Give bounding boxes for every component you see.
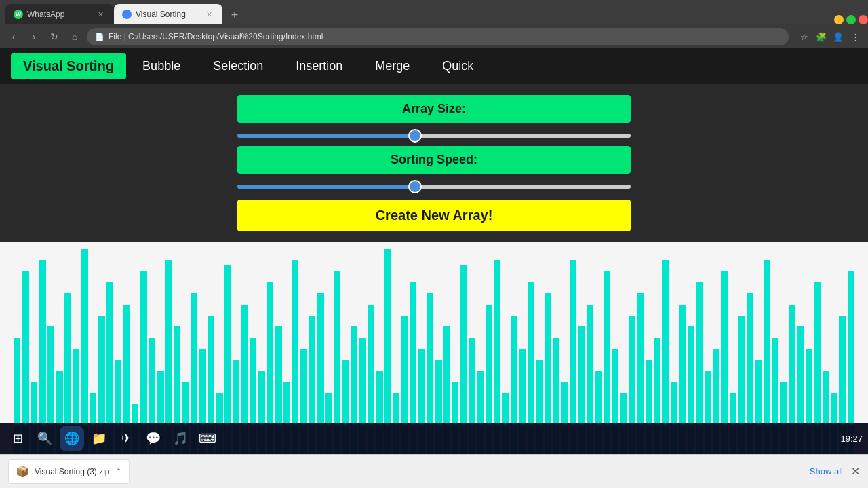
taskbar-files[interactable]: 📁 (87, 426, 111, 451)
download-bar: 📦 Visual Sorting (3).zip ⌃ Show all ✕ (0, 454, 868, 488)
download-expand[interactable]: ⌃ (115, 467, 122, 476)
taskbar-chrome[interactable]: 🌐 (60, 426, 84, 451)
nav-item-quick[interactable]: Quick (426, 54, 490, 79)
new-tab-button[interactable]: + (225, 5, 244, 24)
nav-brand[interactable]: Visual Sorting (11, 53, 126, 79)
download-item: 📦 Visual Sorting (3).zip ⌃ (8, 459, 130, 484)
extensions-icon[interactable]: 🧩 (814, 29, 829, 44)
maximize-button[interactable] (846, 15, 856, 24)
taskbar-msg[interactable]: 💬 (141, 426, 165, 451)
profile-icon[interactable]: 👤 (831, 29, 846, 44)
app-nav: Visual Sorting Bubble Selection Insertio… (0, 48, 868, 84)
tab-whatsapp-label: WhatsApp (27, 10, 64, 19)
address-box[interactable]: 📄 File | C:/Users/USER/Desktop/Visual%20… (87, 28, 789, 45)
tab-visual-sorting-label: Visual Sorting (136, 10, 186, 19)
minimize-button[interactable] (834, 15, 844, 24)
nav-item-selection[interactable]: Selection (197, 54, 279, 79)
bookmark-icon[interactable]: ☆ (797, 29, 812, 44)
taskbar-start[interactable]: ⊞ (5, 426, 30, 451)
nav-item-insertion[interactable]: Insertion (279, 54, 359, 79)
taskbar-clock: 19:27 (840, 434, 863, 444)
window-controls (834, 15, 868, 24)
show-all-button[interactable]: Show all (810, 466, 843, 476)
back-button[interactable]: ‹ (5, 29, 22, 45)
taskbar-music[interactable]: 🎵 (168, 426, 193, 451)
controls-panel: Array Size: Sorting Speed: Create New Ar… (237, 95, 631, 231)
sorting-speed-slider-row (237, 179, 631, 191)
taskbar-search[interactable]: 🔍 (33, 426, 57, 451)
toolbar-icons: ☆ 🧩 👤 ⋮ (797, 29, 863, 44)
tab-bar: W WhatsApp ✕ Visual Sorting ✕ + (0, 0, 868, 24)
forward-button[interactable]: › (26, 29, 42, 45)
browser-chrome: W WhatsApp ✕ Visual Sorting ✕ + ‹ › ↻ ⌂ … (0, 0, 868, 48)
file-icon: 📄 (95, 33, 104, 41)
download-file-icon: 📦 (16, 465, 29, 478)
create-array-button[interactable]: Create New Array! (237, 200, 631, 231)
tab-visual-sorting[interactable]: Visual Sorting ✕ (114, 4, 222, 24)
tab-whatsapp-close[interactable]: ✕ (95, 9, 106, 20)
visual-sorting-favicon (122, 10, 132, 19)
address-bar-row: ‹ › ↻ ⌂ 📄 File | C:/Users/USER/Desktop/V… (0, 24, 868, 49)
address-text: File | C:/Users/USER/Desktop/Visual%20So… (108, 32, 323, 41)
menu-icon[interactable]: ⋮ (848, 29, 863, 44)
home-button[interactable]: ⌂ (66, 29, 83, 45)
sorting-speed-label: Sorting Speed: (237, 146, 631, 174)
download-filename: Visual Sorting (3).zip (35, 467, 110, 476)
taskbar: ⊞ 🔍 🌐 📁 ✈ 💬 🎵 ⌨ 19:27 (0, 423, 868, 454)
taskbar-sys: 19:27 (840, 434, 863, 444)
reload-button[interactable]: ↻ (46, 29, 62, 45)
tab-whatsapp[interactable]: W WhatsApp ✕ (5, 4, 114, 24)
array-size-label: Array Size: (237, 95, 631, 123)
sorting-speed-slider[interactable] (237, 185, 631, 189)
array-size-slider-row (237, 128, 631, 140)
array-size-slider[interactable] (237, 134, 631, 138)
tab-visual-sorting-close[interactable]: ✕ (203, 9, 214, 20)
close-window-button[interactable] (859, 15, 868, 24)
dismiss-download-bar-button[interactable]: ✕ (851, 465, 860, 478)
nav-item-bubble[interactable]: Bubble (126, 54, 197, 79)
nav-item-merge[interactable]: Merge (359, 54, 426, 79)
main-content: Array Size: Sorting Speed: Create New Ar… (0, 84, 868, 242)
taskbar-code[interactable]: ⌨ (195, 426, 220, 451)
whatsapp-favicon: W (14, 10, 23, 19)
taskbar-telegram[interactable]: ✈ (114, 426, 138, 451)
